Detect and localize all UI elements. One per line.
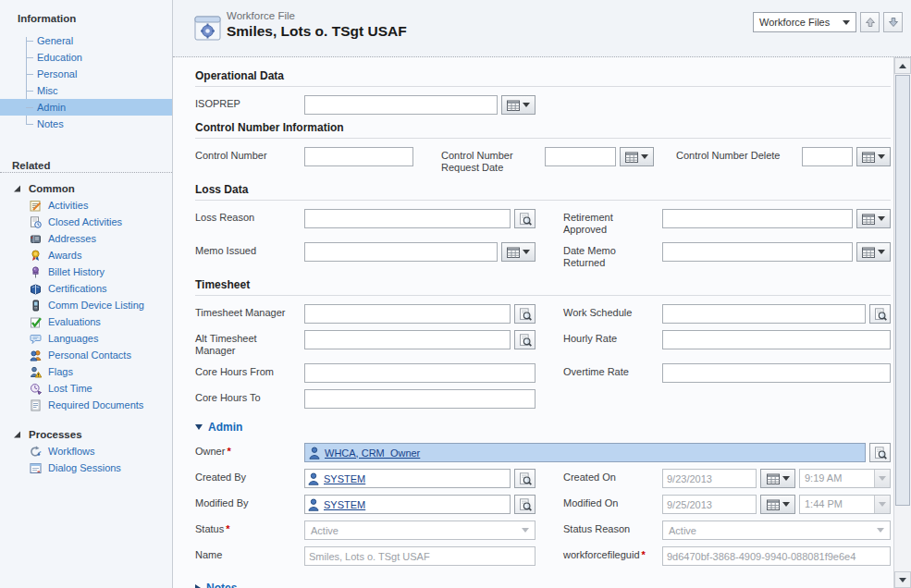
admin-section-header[interactable]: Admin [195,421,891,434]
form-body: Operational Data ISOPREP Control Number … [173,57,894,588]
core-hours-to-input[interactable] [304,389,536,409]
timesheet-manager-input[interactable] [304,304,511,324]
modified-by-link[interactable]: SYSTEM [324,499,365,510]
sidebar-item-general[interactable]: General [0,32,172,49]
sidebar: Information General Education Personal M… [0,0,172,588]
sidebar-item-notes[interactable]: Notes [0,116,172,132]
sidebar-item-label: Comm Device Listing [48,300,144,311]
alt-timesheet-manager-lookup-button[interactable] [514,330,536,349]
retirement-approved-input[interactable] [662,209,853,228]
control-number-delete-input[interactable] [802,147,853,166]
overtime-rate-input[interactable] [662,363,891,383]
previous-record-button[interactable] [860,12,880,32]
section-title-control-number: Control Number Information [195,121,891,139]
isoprep-date-picker-button[interactable] [501,95,536,115]
scroll-down-button[interactable] [894,571,911,588]
sidebar-item-dialog-sessions[interactable]: Dialog Sessions [0,459,172,476]
created-on-time-dropdown-button [874,470,890,487]
sidebar-item-closed-activities[interactable]: Closed Activities [0,214,172,230]
person-icon [308,498,319,511]
notes-section-header[interactable]: Notes [195,582,891,588]
created-by-link[interactable]: SYSTEM [324,473,365,484]
sidebar-item-admin[interactable]: Admin [0,99,172,116]
entity-type-label: Workforce File [227,10,407,21]
core-hours-to-row: Core Hours To [195,389,891,409]
record-header: Workforce File Smiles, Lots o. TSgt USAF… [173,0,911,57]
sidebar-item-languages[interactable]: Languages [0,330,172,347]
sidebar-item-label: Lost Time [48,383,92,394]
awards-icon [29,249,42,262]
retirement-approved-date-picker-button[interactable] [856,209,891,228]
sidebar-item-label: Workflows [48,446,95,457]
created-on-date-picker-button[interactable] [760,469,795,488]
main-content: Workforce File Smiles, Lots o. TSgt USAF… [172,0,911,588]
expanded-triangle-icon [11,428,24,441]
loss-reason-lookup-button[interactable] [514,209,536,228]
sidebar-item-certifications[interactable]: Certifications [0,280,172,297]
memo-issued-row: Memo Issued Date Memo Returned [195,242,891,269]
modified-by-lookup-button[interactable] [514,495,536,514]
common-group-header[interactable]: Common [0,180,172,197]
name-row: Name workforcefileguid* [195,546,891,566]
sidebar-item-label: General [37,35,73,46]
sidebar-item-label: Closed Activities [48,216,122,227]
owner-link[interactable]: WHCA, CRM_Owner [325,447,420,459]
memo-issued-input[interactable] [304,242,498,262]
date-memo-returned-date-picker-button[interactable] [856,242,891,262]
chevron-down-icon [782,502,790,507]
sidebar-item-activities[interactable]: Activities [0,197,172,214]
owner-lookup-field[interactable]: WHCA, CRM_Owner [304,443,866,462]
owner-label: Owner* [195,443,304,462]
loss-reason-input[interactable] [304,209,511,228]
section-title-loss-data: Loss Data [195,183,891,201]
sidebar-item-personal[interactable]: Personal [0,66,172,82]
work-schedule-input[interactable] [662,304,866,324]
arrow-up-icon [865,17,876,28]
status-select: Active [304,521,536,540]
sidebar-item-billet-history[interactable]: Billet History [0,263,172,280]
chevron-down-icon [641,154,648,159]
sidebar-item-label: Languages [48,333,98,344]
hourly-rate-label: Hourly Rate [563,330,662,357]
sidebar-item-comm-device-listing[interactable]: Comm Device Listing [0,297,172,313]
expanded-triangle-icon [11,182,24,195]
date-memo-returned-input[interactable] [662,242,853,262]
control-number-request-date-input[interactable] [545,147,616,166]
sidebar-item-lost-time[interactable]: Lost Time [0,380,172,397]
sidebar-item-workflows[interactable]: Workflows [0,443,172,459]
isoprep-input[interactable] [304,95,498,115]
next-record-button[interactable] [883,12,903,32]
sidebar-item-awards[interactable]: Awards [0,247,172,263]
modified-by-lookup-field[interactable]: SYSTEM [304,495,511,514]
sidebar-item-addresses[interactable]: Addresses [0,230,172,247]
memo-issued-date-picker-button[interactable] [501,242,536,262]
vertical-scrollbar[interactable] [893,57,911,588]
record-set-select[interactable]: Workforce Files [753,12,856,32]
sidebar-item-misc[interactable]: Misc [0,82,172,99]
sidebar-item-education[interactable]: Education [0,49,172,66]
section-title-operational-data: Operational Data [195,69,891,87]
modified-on-date-picker-button[interactable] [760,495,795,514]
information-section-title: Information [0,11,172,26]
alt-timesheet-manager-input[interactable] [304,330,511,349]
work-schedule-lookup-button[interactable] [869,304,891,324]
created-by-lookup-button[interactable] [514,469,536,488]
created-by-lookup-field[interactable]: SYSTEM [304,469,511,488]
control-number-input[interactable] [304,147,413,166]
sidebar-item-required-documents[interactable]: Required Documents [0,397,172,413]
workforce-file-entity-icon [191,12,225,45]
control-number-request-date-picker-button[interactable] [620,147,654,166]
sidebar-item-flags[interactable]: Flags [0,363,172,380]
sidebar-item-evaluations[interactable]: Evaluations [0,313,172,330]
control-number-delete-date-picker-button[interactable] [856,147,891,166]
hourly-rate-input[interactable] [662,330,891,349]
processes-group-header[interactable]: Processes [0,426,172,443]
scrollbar-thumb[interactable] [895,75,910,506]
group-title: Processes [29,429,82,440]
owner-lookup-button[interactable] [869,443,891,462]
timesheet-manager-lookup-button[interactable] [514,304,536,324]
core-hours-from-input[interactable] [304,363,536,383]
chevron-down-icon [523,250,530,254]
sidebar-item-personal-contacts[interactable]: Personal Contacts [0,347,172,363]
scroll-up-button[interactable] [894,57,911,74]
